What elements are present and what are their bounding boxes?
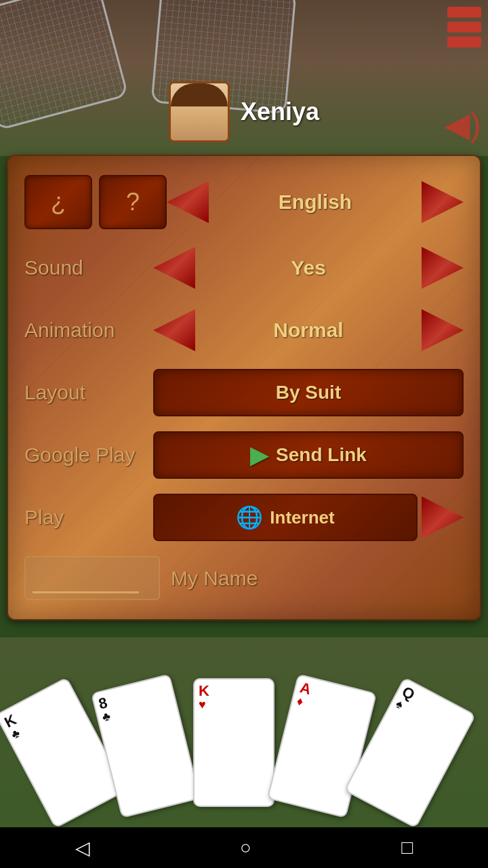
language-value: English [213,191,418,214]
sound-value: Yes [199,256,418,279]
language-controls: English [167,181,464,223]
player-info: Xeniya [169,81,319,142]
animation-row: Animation Normal [24,307,464,354]
avatar [169,81,230,142]
animation-label: Animation [24,319,153,342]
top-right-buttons [447,7,481,47]
icon-buttons: ¿ ? [24,175,167,229]
sound-icon[interactable]: ◀) [444,105,481,144]
sound-controls: Yes [153,247,464,289]
top-btn-3 [447,37,481,47]
language-row: ¿ ? English [24,175,464,229]
google-play-row: Google Play ▶ Send Link [24,431,464,479]
sound-arrow-right[interactable] [422,247,464,289]
hand-cards: K ♣ 8 ♣ K ♥ A ♦ Q ♠ [0,661,488,824]
send-link-button[interactable]: ▶ Send Link [153,431,464,479]
layout-label: Layout [24,381,153,404]
my-name-row: My Name [24,556,464,600]
navigation-bar: ◁ ○ □ [0,827,488,868]
google-play-icon: ▶ [250,441,268,469]
animation-arrow-right[interactable] [422,309,464,351]
settings-panel: ¿ ? English Sound Yes Animation Normal [7,155,481,620]
layout-controls: By Suit [153,369,464,416]
sound-row: Sound Yes [24,244,464,292]
help-button-1[interactable]: ¿ [24,175,92,229]
layout-button[interactable]: By Suit [153,369,464,416]
globe-icon: 🌐 [236,505,263,530]
back-button[interactable]: ◁ [75,837,90,859]
sound-label: Sound [24,256,153,279]
player-name: Xeniya [241,98,319,126]
google-play-controls: ▶ Send Link [153,431,464,479]
play-arrow-right[interactable] [422,496,464,538]
play-row: Play 🌐 Internet [24,494,464,541]
avatar-hair [171,83,228,106]
my-name-label: My Name [171,567,258,590]
layout-row: Layout By Suit [24,369,464,416]
internet-button[interactable]: 🌐 Internet [153,494,418,541]
avatar-face [171,83,228,140]
top-btn-2 [447,22,481,33]
google-play-label: Google Play [24,443,153,467]
animation-value: Normal [199,319,418,342]
card-back-left [0,0,129,131]
home-button[interactable]: ○ [240,837,251,859]
input-cursor [33,591,139,593]
play-controls: 🌐 Internet [153,494,464,541]
send-link-label: Send Link [276,444,367,466]
play-label: Play [24,506,153,529]
name-input[interactable] [24,556,160,600]
internet-label: Internet [270,507,334,528]
sound-arrow-left[interactable] [153,247,195,289]
top-btn-1 [447,7,481,18]
language-arrow-right[interactable] [422,181,464,223]
help-button-2[interactable]: ? [99,175,167,229]
hand-card-3: K ♥ [193,678,274,807]
animation-controls: Normal [153,309,464,351]
recent-button[interactable]: □ [401,837,413,859]
language-arrow-left[interactable] [167,181,209,223]
animation-arrow-left[interactable] [153,309,195,351]
